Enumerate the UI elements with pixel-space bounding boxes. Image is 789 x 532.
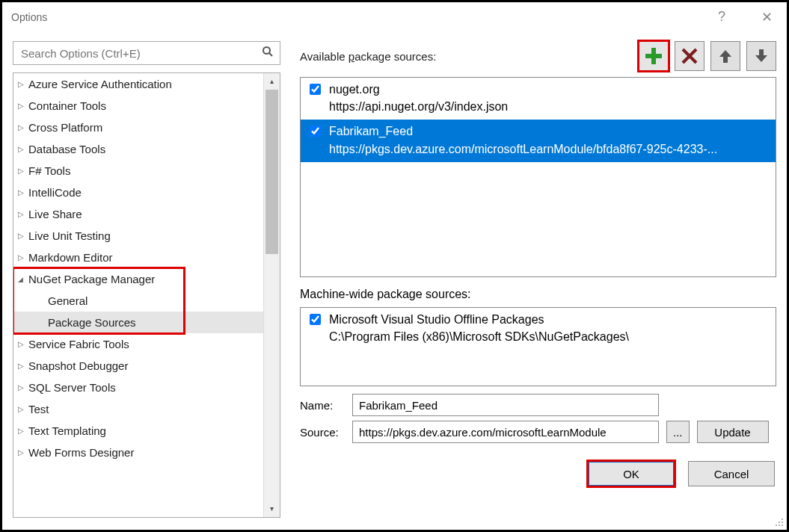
cancel-button[interactable]: Cancel xyxy=(688,461,775,486)
titlebar: Options ? ✕ xyxy=(2,2,787,32)
source-url: https://api.nuget.org/v3/index.json xyxy=(329,98,508,115)
source-name: Microsoft Visual Studio Offline Packages xyxy=(329,311,629,328)
tree-item[interactable]: ▷SQL Server Tools xyxy=(13,377,263,398)
chevron-right-icon: ▷ xyxy=(18,145,28,153)
chevron-down-icon: ◢ xyxy=(18,276,28,283)
search-input[interactable] xyxy=(19,46,262,61)
chevron-right-icon: ▷ xyxy=(18,405,28,413)
tree-item-label: Database Tools xyxy=(28,143,105,155)
tree-scrollbar[interactable]: ▴ ▾ xyxy=(263,73,280,517)
svg-point-11 xyxy=(782,525,783,526)
svg-point-0 xyxy=(263,47,270,54)
close-button[interactable]: ✕ xyxy=(755,9,778,25)
tree-item[interactable]: ▷Snapshot Debugger xyxy=(13,355,263,377)
options-dialog: Options ? ✕ ▷Azure Service Authenticatio… xyxy=(0,0,789,532)
tree-item[interactable]: ▷Container Tools xyxy=(13,95,263,117)
x-icon xyxy=(681,47,699,65)
chevron-right-icon: ▷ xyxy=(18,80,28,88)
move-down-button[interactable] xyxy=(746,41,776,71)
window-title: Options xyxy=(11,11,47,23)
source-name: Fabrikam_Feed xyxy=(329,123,717,140)
svg-line-1 xyxy=(269,53,272,56)
search-icon xyxy=(262,46,274,61)
package-source-row[interactable]: Fabrikam_Feedhttps://pkgs.dev.azure.com/… xyxy=(301,120,776,161)
name-label: Name: xyxy=(300,399,345,412)
chevron-right-icon: ▷ xyxy=(18,102,28,110)
svg-rect-3 xyxy=(645,54,662,58)
plus-icon xyxy=(644,46,663,66)
tree-item-label: Cross Platform xyxy=(28,121,102,134)
tree-item[interactable]: ▷IntelliCode xyxy=(13,182,263,203)
tree-item[interactable]: ▷Text Templating xyxy=(13,420,263,442)
tree-item[interactable]: ▷Markdown Editor xyxy=(13,247,263,268)
tree-item[interactable]: Package Sources xyxy=(13,312,263,333)
add-source-button[interactable] xyxy=(639,41,669,71)
search-options[interactable] xyxy=(13,41,280,65)
tree-item[interactable]: ▷Test xyxy=(13,398,263,420)
source-checkbox[interactable] xyxy=(310,84,321,95)
ok-button[interactable]: OK xyxy=(588,461,675,486)
resize-grip[interactable] xyxy=(775,518,784,527)
svg-point-10 xyxy=(779,525,780,526)
tree-item-label: Test xyxy=(28,403,49,415)
help-button[interactable]: ? xyxy=(710,9,733,25)
arrow-down-icon xyxy=(753,48,770,64)
tree-item-label: Markdown Editor xyxy=(28,251,113,264)
source-input[interactable] xyxy=(352,421,659,443)
chevron-right-icon: ▷ xyxy=(18,448,28,457)
available-sources-list[interactable]: nuget.orghttps://api.nuget.org/v3/index.… xyxy=(300,77,776,277)
name-input[interactable] xyxy=(352,394,659,416)
move-up-button[interactable] xyxy=(710,41,740,71)
tree-item[interactable]: ▷Live Unit Testing xyxy=(13,225,263,247)
machine-sources-label: Machine-wide package sources: xyxy=(300,288,776,301)
chevron-right-icon: ▷ xyxy=(18,232,28,240)
tree-item[interactable]: ▷Database Tools xyxy=(13,138,263,160)
options-tree[interactable]: ▷Azure Service Authentication▷Container … xyxy=(13,72,280,518)
tree-item[interactable]: General xyxy=(13,290,263,312)
tree-item-label: Azure Service Authentication xyxy=(28,78,172,90)
scroll-up-icon[interactable]: ▴ xyxy=(264,73,280,90)
tree-item[interactable]: ▷Service Fabric Tools xyxy=(13,333,263,355)
chevron-right-icon: ▷ xyxy=(18,253,28,262)
source-label: Source: xyxy=(300,426,345,439)
chevron-right-icon: ▷ xyxy=(18,188,28,197)
source-checkbox[interactable] xyxy=(310,126,321,137)
tree-item[interactable]: ▷Web Forms Designer xyxy=(13,442,263,463)
svg-point-6 xyxy=(782,519,783,520)
tree-item[interactable]: ◢NuGet Package Manager xyxy=(13,268,263,290)
remove-source-button[interactable] xyxy=(675,41,704,71)
available-sources-label: Available package sources: xyxy=(300,50,436,63)
chevron-right-icon: ▷ xyxy=(18,210,28,218)
chevron-right-icon: ▷ xyxy=(18,167,28,175)
update-button[interactable]: Update xyxy=(697,421,769,443)
tree-item-label: Container Tools xyxy=(28,99,106,112)
source-checkbox[interactable] xyxy=(310,314,321,325)
tree-item[interactable]: ▷Live Share xyxy=(13,203,263,225)
scroll-thumb[interactable] xyxy=(265,90,278,254)
chevron-right-icon: ▷ xyxy=(18,340,28,348)
browse-button[interactable]: ... xyxy=(666,421,690,443)
svg-point-9 xyxy=(776,525,777,526)
tree-item-label: General xyxy=(48,294,88,307)
chevron-right-icon: ▷ xyxy=(18,362,28,370)
tree-item-label: Text Templating xyxy=(28,424,106,437)
scroll-down-icon[interactable]: ▾ xyxy=(264,501,280,517)
chevron-right-icon: ▷ xyxy=(18,123,28,132)
tree-item-label: Live Share xyxy=(28,208,82,220)
chevron-right-icon: ▷ xyxy=(18,427,28,435)
package-source-row[interactable]: nuget.orghttps://api.nuget.org/v3/index.… xyxy=(301,78,776,120)
machine-sources-list[interactable]: Microsoft Visual Studio Offline Packages… xyxy=(300,307,776,386)
tree-item-label: Live Unit Testing xyxy=(28,229,111,242)
tree-item[interactable]: ▷Azure Service Authentication xyxy=(13,73,263,95)
tree-item-label: IntelliCode xyxy=(28,186,82,199)
tree-item-label: Package Sources xyxy=(48,316,136,329)
tree-item-label: Service Fabric Tools xyxy=(28,338,129,350)
tree-item-label: SQL Server Tools xyxy=(28,381,116,394)
tree-item-label: Snapshot Debugger xyxy=(28,359,128,372)
tree-item[interactable]: ▷Cross Platform xyxy=(13,117,263,138)
machine-source-row[interactable]: Microsoft Visual Studio Offline Packages… xyxy=(301,308,776,350)
source-url: https://pkgs.dev.azure.com/microsoftLear… xyxy=(329,140,717,158)
tree-item[interactable]: ▷F# Tools xyxy=(13,160,263,182)
source-url: C:\Program Files (x86)\Microsoft SDKs\Nu… xyxy=(329,328,629,345)
svg-point-8 xyxy=(782,522,783,523)
